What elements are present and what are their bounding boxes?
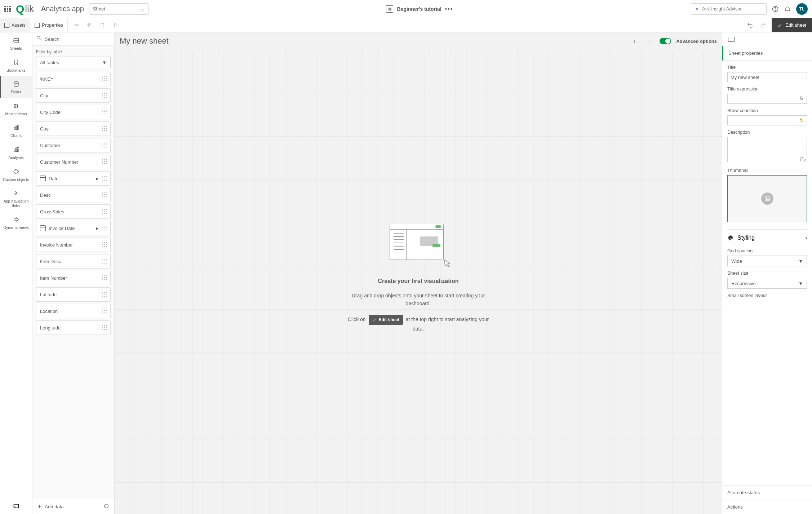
drag-handle-icon[interactable] [102, 159, 107, 164]
alternate-states-row[interactable]: Alternate states [722, 485, 812, 500]
assets-tab[interactable]: Assets [0, 18, 30, 32]
prev-sheet-arrow[interactable]: ‹ [629, 36, 639, 46]
description-textarea[interactable] [727, 137, 807, 162]
field-item[interactable]: %KEY [36, 72, 111, 86]
actions-row[interactable]: Actions [722, 500, 812, 514]
title-input[interactable] [727, 72, 807, 82]
rail-sheets[interactable]: Sheets [0, 32, 32, 54]
drag-handle-icon[interactable] [102, 226, 107, 231]
title-expr-input[interactable] [727, 94, 796, 104]
svg-rect-3 [88, 23, 90, 26]
more-menu-icon[interactable]: ••• [445, 6, 453, 12]
drag-handle-icon[interactable] [102, 76, 107, 81]
copy-icon[interactable] [84, 19, 95, 31]
svg-point-10 [17, 104, 18, 105]
delete-icon[interactable] [110, 19, 121, 31]
insight-advisor-box[interactable]: ✦ [691, 3, 767, 15]
cut-icon[interactable]: ✂ [71, 19, 82, 31]
undo-icon[interactable] [744, 19, 756, 31]
advanced-options-label: Advanced options [676, 39, 717, 44]
sheet-dropdown[interactable]: Sheet ⌄ [89, 3, 148, 15]
field-item[interactable]: Customer Number [36, 155, 111, 169]
field-label: %KEY [40, 76, 54, 82]
add-data-button[interactable]: + Add data [37, 503, 64, 510]
drag-handle-icon[interactable] [102, 325, 107, 330]
drag-handle-icon[interactable] [102, 192, 107, 198]
fields-list[interactable]: %KEYCityCity CodeCostCustomerCustomer Nu… [32, 72, 114, 499]
field-item[interactable]: Customer [36, 138, 111, 152]
field-item[interactable]: Invoice Date▶ [36, 221, 111, 235]
bell-icon[interactable] [784, 5, 791, 13]
insight-input[interactable] [702, 6, 763, 12]
field-item[interactable]: Invoice Number [36, 238, 111, 252]
fields-search-input[interactable] [45, 36, 111, 42]
fields-footer: + Add data [32, 499, 114, 514]
edit-sheet-label: Edit sheet [785, 22, 806, 28]
refresh-icon[interactable] [103, 503, 109, 510]
field-item[interactable]: Cost [36, 121, 111, 136]
drag-handle-icon[interactable] [102, 309, 107, 314]
drag-handle-icon[interactable] [102, 292, 107, 297]
drag-handle-icon[interactable] [102, 259, 107, 264]
drag-handle-icon[interactable] [102, 93, 107, 98]
field-item[interactable]: Desc [36, 188, 111, 202]
rail-bookmarks[interactable]: Bookmarks [0, 54, 32, 76]
chevron-down-icon: ▼ [798, 281, 803, 286]
drag-handle-icon[interactable] [102, 126, 107, 131]
drag-handle-icon[interactable] [102, 242, 107, 247]
rail-master-items[interactable]: Master items [0, 98, 32, 120]
svg-rect-17 [15, 148, 17, 152]
show-cond-fx-button[interactable]: fx [796, 115, 807, 125]
field-item[interactable]: GrossSales [36, 204, 111, 219]
paste-icon[interactable] [97, 19, 108, 31]
rail-charts[interactable]: Charts [0, 120, 32, 142]
table-filter-value: All tables [40, 60, 59, 65]
rail-fields[interactable]: Fields [0, 76, 32, 98]
grid-spacing-select[interactable]: Wide ▼ [727, 256, 807, 266]
user-avatar[interactable]: TL [796, 3, 808, 15]
small-screen-label: Small screen layout [727, 293, 807, 298]
title-expr-fx-button[interactable]: fx [796, 94, 807, 104]
field-item[interactable]: Longitude [36, 320, 111, 335]
table-filter-dropdown[interactable]: All tables ▼ [36, 57, 111, 68]
thumbnail-label: Thumbnail [727, 168, 807, 173]
properties-tab[interactable]: Properties [30, 18, 68, 32]
field-item[interactable]: City [36, 88, 111, 103]
tutorial-badge[interactable]: ▦ Beginner's tutorial [386, 5, 441, 13]
drag-handle-icon[interactable] [102, 209, 107, 214]
field-item[interactable]: Location [36, 304, 111, 318]
edit-sheet-button[interactable]: Edit sheet [772, 18, 812, 32]
next-sheet-arrow[interactable]: › [644, 36, 655, 46]
field-item[interactable]: Item Desc [36, 254, 111, 269]
app-launcher-icon[interactable] [4, 6, 11, 12]
rail-custom-objects[interactable]: Custom objects [0, 164, 32, 186]
filter-by-table-label: Filter by table [32, 46, 114, 57]
field-label: Date [49, 176, 58, 181]
field-label: Item Desc [40, 259, 61, 264]
field-item[interactable]: City Code [36, 105, 111, 119]
field-item[interactable]: Item Number [36, 271, 111, 285]
redo-icon[interactable] [757, 19, 769, 31]
canvas-body[interactable]: Create your first visualization Drag and… [115, 50, 722, 514]
field-item[interactable]: Date▶ [36, 171, 111, 186]
rail-analyses[interactable]: Analyses [0, 142, 32, 164]
drag-handle-icon[interactable] [102, 176, 107, 181]
sheet-size-select[interactable]: Responsive ▼ [727, 278, 807, 289]
help-icon[interactable] [772, 5, 779, 13]
rail-dynamic-views[interactable]: Dynamic views [0, 212, 32, 234]
show-cond-input[interactable] [727, 115, 796, 125]
drag-handle-icon[interactable] [102, 110, 107, 115]
drag-handle-icon[interactable] [102, 275, 107, 280]
rail-bottom-icon[interactable] [0, 498, 32, 514]
advanced-options-toggle[interactable] [660, 38, 671, 44]
prop-section-title: Sheet properties [722, 46, 812, 61]
field-item[interactable]: Latitude [36, 287, 111, 302]
field-label: Invoice Date [49, 226, 75, 231]
drag-handle-icon[interactable] [102, 143, 107, 148]
layout-view-icon[interactable] [728, 37, 735, 42]
styling-row[interactable]: Styling › [727, 229, 807, 246]
rail-app-nav[interactable]: App navigation links [0, 185, 32, 212]
svg-rect-18 [17, 150, 18, 152]
thumbnail-picker[interactable] [727, 175, 807, 222]
assets-icon [4, 23, 9, 28]
